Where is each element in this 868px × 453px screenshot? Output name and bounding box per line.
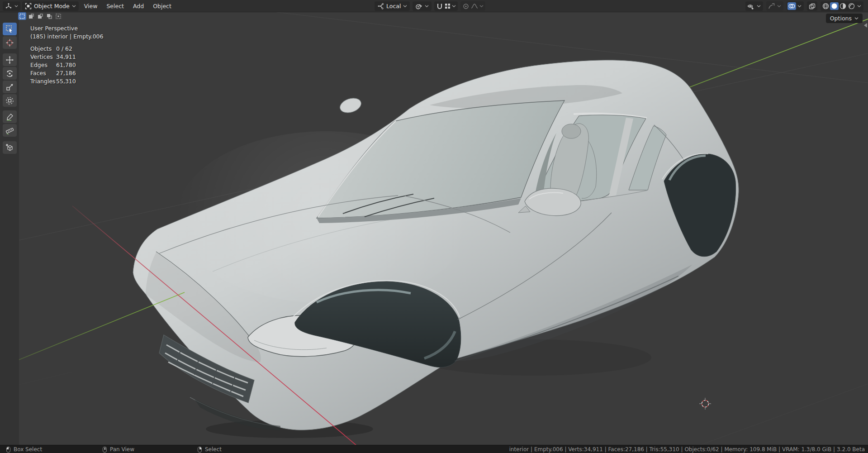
left-mouse-icon	[6, 447, 10, 453]
rotate-tool-icon	[5, 69, 14, 78]
transform-orientation-dropdown[interactable]: Local	[375, 1, 410, 11]
select-mode-invert[interactable]	[45, 12, 53, 20]
editor-type-selector[interactable]	[3, 1, 20, 11]
proportional-editing-controls	[460, 1, 485, 11]
overlays-icon	[788, 3, 795, 9]
chevron-down-icon	[757, 5, 761, 7]
proportional-falloff-dropdown[interactable]	[470, 2, 484, 10]
viewport-overlay-stats: User Perspective (185) interior | Empty.…	[30, 24, 104, 86]
tool-add-cube[interactable]	[3, 141, 17, 154]
menu-view[interactable]: View	[81, 0, 101, 12]
select-intersect-icon	[56, 14, 61, 19]
gizmo-arrow-icon	[768, 3, 775, 10]
options-dropdown[interactable]: Options	[826, 14, 863, 23]
stat-objects: Objects 0 / 62	[30, 45, 104, 53]
magnet-icon	[436, 3, 443, 10]
snap-target-icon	[445, 3, 451, 9]
mode-selector[interactable]: Object Mode	[22, 1, 79, 11]
object-mode-icon	[25, 3, 32, 10]
falloff-curve-icon	[471, 3, 478, 9]
menu-select[interactable]: Select	[103, 0, 128, 12]
transform-orientation-label: Local	[386, 3, 401, 10]
select-mode-buttons	[18, 12, 62, 20]
chevron-down-icon	[854, 17, 859, 19]
hint-pan-view: Pan View	[103, 445, 134, 453]
middle-mouse-icon	[103, 447, 107, 453]
select-box-icon	[5, 25, 14, 33]
pivot-point-icon	[415, 3, 422, 10]
shading-wireframe[interactable]	[821, 2, 830, 10]
shading-rendered[interactable]	[847, 2, 856, 10]
snap-toggle[interactable]	[435, 2, 444, 10]
shading-material-preview[interactable]	[839, 2, 847, 10]
tool-select-box[interactable]	[3, 23, 17, 35]
gizmos-dropdown[interactable]	[766, 1, 783, 11]
object-visibility-dropdown[interactable]	[745, 1, 763, 11]
wireframe-sphere-icon	[822, 3, 829, 10]
chevron-down-icon	[14, 5, 18, 7]
tool-transform[interactable]	[3, 94, 17, 107]
tool-scale[interactable]	[3, 81, 17, 93]
select-invert-icon	[47, 14, 52, 19]
select-set-icon	[19, 14, 25, 19]
transform-tool-icon	[5, 96, 14, 105]
select-mode-set[interactable]	[18, 12, 26, 20]
select-mode-subtract[interactable]	[36, 12, 44, 20]
chevron-down-icon	[452, 5, 456, 7]
snapping-controls	[434, 1, 458, 11]
tool-measure[interactable]	[3, 124, 17, 137]
shading-solid[interactable]	[830, 2, 839, 10]
snap-target-dropdown[interactable]	[444, 2, 457, 10]
viewport-canvas[interactable]	[0, 12, 868, 445]
hint-select: Select	[198, 445, 222, 453]
transform-orientation-icon	[377, 3, 384, 10]
stat-faces: Faces 27,186	[30, 69, 104, 77]
editor-type-3d-viewport-icon	[5, 3, 12, 10]
tool-rotate[interactable]	[3, 67, 17, 80]
right-mouse-icon	[198, 447, 202, 453]
toolbar	[0, 12, 19, 445]
tool-annotate[interactable]	[3, 110, 17, 123]
scene-statistics-text: interior | Empty.006 | Verts:34,911 | Fa…	[509, 445, 865, 453]
select-extend-icon	[28, 14, 34, 19]
add-cube-icon	[5, 143, 14, 152]
menu-add[interactable]: Add	[129, 0, 147, 12]
chevron-down-icon	[797, 5, 802, 7]
chevron-down-icon	[777, 5, 781, 7]
overlays-dropdown	[787, 1, 804, 11]
active-collection-object-label: (185) interior | Empty.006	[30, 33, 104, 41]
chevron-down-icon	[403, 5, 407, 7]
scale-tool-icon	[5, 83, 14, 91]
tool-move[interactable]	[3, 53, 17, 66]
menu-object[interactable]: Object	[149, 0, 175, 12]
measure-ruler-icon	[5, 126, 14, 135]
chevron-down-icon	[479, 5, 484, 7]
overlays-toggle[interactable]	[787, 2, 796, 10]
mode-label: Object Mode	[34, 3, 70, 10]
chevron-down-icon	[857, 5, 861, 7]
material-sphere-icon	[840, 3, 846, 10]
viewport-header: Object Mode View Select Add Object Local	[0, 0, 868, 12]
select-subtract-icon	[38, 14, 43, 19]
hint-box-select: Box Select	[6, 445, 42, 453]
chevron-down-icon	[72, 5, 76, 7]
options-label: Options	[830, 15, 852, 22]
proportional-editing-toggle[interactable]	[461, 2, 470, 10]
select-mode-intersect[interactable]	[54, 12, 62, 20]
stat-vertices: Vertices 34,911	[30, 53, 104, 61]
status-bar: Box Select Pan View Select interior | Em…	[0, 445, 868, 453]
xray-toggle[interactable]	[807, 1, 817, 11]
view-perspective-label: User Perspective	[30, 24, 104, 33]
tool-cursor[interactable]	[3, 36, 17, 49]
cursor-tool-icon	[5, 38, 14, 47]
rendered-sphere-icon	[848, 3, 855, 10]
select-mode-extend[interactable]	[27, 12, 35, 20]
sidebar-collapse-arrow[interactable]	[864, 23, 867, 28]
xray-icon	[809, 3, 816, 10]
chevron-down-icon	[425, 5, 429, 7]
pivot-point-dropdown[interactable]	[413, 1, 432, 11]
stat-triangles: Triangles 55,310	[30, 77, 104, 86]
shading-mode-buttons	[821, 1, 863, 11]
stat-edges: Edges 61,780	[30, 61, 104, 69]
proportional-circle-icon	[463, 3, 469, 10]
